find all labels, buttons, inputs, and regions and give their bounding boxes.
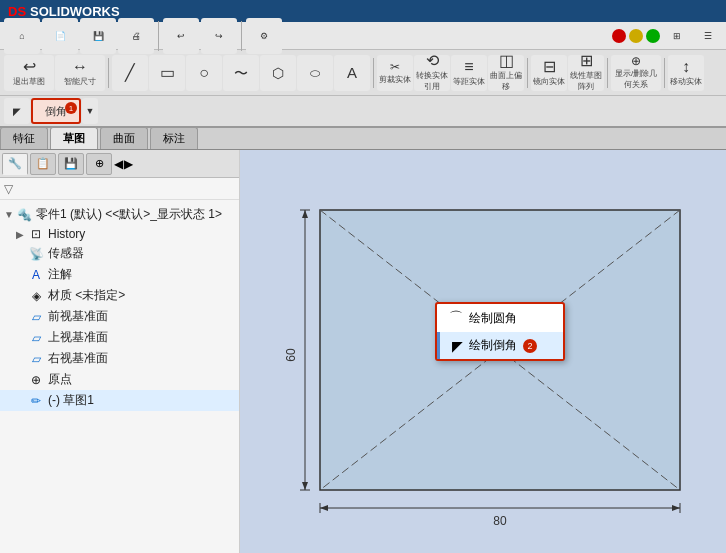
front-plane-icon: ▱: [28, 310, 44, 324]
tree-item-right-plane-label: 右视基准面: [48, 350, 108, 367]
fillet-badge: 1: [65, 102, 77, 114]
line-button[interactable]: ╱: [112, 55, 148, 91]
history-expand: ▶: [16, 229, 28, 240]
circle-button[interactable]: ○: [186, 55, 222, 91]
canvas-area[interactable]: 60 80 ⌒ 绘制圆角 ◤ 绘制倒角 2: [240, 150, 726, 553]
tab-surface[interactable]: 曲面: [100, 127, 148, 149]
tree-item-sensor-label: 传感器: [48, 245, 84, 262]
exit-sketch-button[interactable]: ↩ 退出草图: [4, 55, 54, 91]
go-light: [646, 29, 660, 43]
offset-button[interactable]: ≡ 等距实体: [451, 55, 487, 91]
material-icon: ◈: [28, 289, 44, 303]
quick-access-toolbar: ⌂ 📄 💾 🖨 ↩ ↪ ⚙ ⊞ ☰: [0, 22, 726, 50]
brand-name: SOLIDWORKS: [30, 4, 120, 19]
move-btn2[interactable]: ◤: [4, 98, 30, 124]
annotation-icon: A: [28, 268, 44, 282]
undo-button[interactable]: ↩: [163, 18, 199, 54]
fillet-button[interactable]: 倒角 1: [31, 98, 81, 124]
tree-item-material[interactable]: ◈ 材质 <未指定>: [0, 285, 239, 306]
surface-offset-button[interactable]: ◫ 曲面上偏移: [488, 55, 524, 91]
print-button[interactable]: 🖨: [118, 18, 154, 54]
brand-prefix: DS: [8, 4, 26, 19]
move-entities-button[interactable]: ↕ 移动实体: [668, 55, 704, 91]
tree-item-origin-label: 原点: [48, 371, 72, 388]
tree-item-front-plane-label: 前视基准面: [48, 308, 108, 325]
spline-button[interactable]: 〜: [223, 55, 259, 91]
separator2: [241, 21, 242, 51]
feature-manager-tab[interactable]: 🔧: [2, 153, 28, 175]
tree-item-sensor[interactable]: 📡 传感器: [0, 243, 239, 264]
tab-features[interactable]: 特征: [0, 127, 48, 149]
tree-item-right-plane[interactable]: ▱ 右视基准面: [0, 348, 239, 369]
tree-item-top-plane[interactable]: ▱ 上视基准面: [0, 327, 239, 348]
redo-button[interactable]: ↪: [201, 18, 237, 54]
smart-dimension-button[interactable]: ↔ 智能尺寸: [55, 55, 105, 91]
feature-tree-panel: 🔧 📋 💾 ⊕ ◀ ▶ ▽ ▼ 🔩 零件1 (默认) <<默认>_显示状态 1>…: [0, 150, 240, 553]
trim-button[interactable]: ✂ 剪裁实体: [377, 55, 413, 91]
new-button[interactable]: 📄: [42, 18, 78, 54]
tree-item-history-label: History: [48, 227, 85, 241]
svg-text:60: 60: [284, 348, 298, 362]
draw-chamfer-label: 绘制倒角: [469, 337, 517, 354]
sketch1-icon: ✏: [28, 394, 44, 408]
rectangle-button[interactable]: ▭: [149, 55, 185, 91]
options-button[interactable]: ⚙: [246, 18, 282, 54]
separator4: [373, 58, 374, 88]
property-manager-tab[interactable]: 📋: [30, 153, 56, 175]
right-plane-icon: ▱: [28, 352, 44, 366]
stop-light: [612, 29, 626, 43]
tree-item-front-plane[interactable]: ▱ 前视基准面: [0, 306, 239, 327]
grid-view[interactable]: ⊞: [663, 25, 691, 47]
draw-fillet-item[interactable]: ⌒ 绘制圆角: [437, 304, 563, 332]
chamfer-badge: 2: [523, 339, 537, 353]
draw-fillet-label: 绘制圆角: [469, 310, 517, 327]
dim-expert-tab[interactable]: ⊕: [86, 153, 112, 175]
draw-chamfer-item[interactable]: ◤ 绘制倒角 2: [437, 332, 563, 359]
top-plane-icon: ▱: [28, 331, 44, 345]
fillet-dropdown-menu: ⌒ 绘制圆角 ◤ 绘制倒角 2: [435, 302, 565, 361]
tab-sketch[interactable]: 草图: [50, 127, 98, 149]
chamfer-menu-icon: ◤: [452, 338, 463, 354]
tree-item-annotation-label: 注解: [48, 266, 72, 283]
app-logo: DS SOLIDWORKS: [8, 4, 120, 19]
origin-icon: ⊕: [28, 373, 44, 387]
text-button[interactable]: A: [334, 55, 370, 91]
show-relations-button[interactable]: ⊕ 显示/删除几何关系: [611, 55, 661, 91]
tree-item-annotation[interactable]: A 注解: [0, 264, 239, 285]
separator7: [664, 58, 665, 88]
svg-text:80: 80: [493, 514, 507, 528]
save-button[interactable]: 💾: [80, 18, 116, 54]
panel-arrow-left[interactable]: ◀: [114, 157, 122, 171]
tree-item-history[interactable]: ▶ ⊡ History: [0, 225, 239, 243]
separator3: [108, 58, 109, 88]
feature-tree: ▼ 🔩 零件1 (默认) <<默认>_显示状态 1> ▶ ⊡ History 📡…: [0, 200, 239, 553]
pause-light: [629, 29, 643, 43]
fillet-menu-icon: ⌒: [449, 309, 463, 327]
tab-bar: 特征 草图 曲面 标注: [0, 128, 726, 150]
tree-item-material-label: 材质 <未指定>: [48, 287, 125, 304]
tree-root-label: 零件1 (默认) <<默认>_显示状态 1>: [36, 206, 222, 223]
tab-annotation[interactable]: 标注: [150, 127, 198, 149]
home-button[interactable]: ⌂: [4, 18, 40, 54]
filter-icon: ▽: [4, 182, 13, 196]
part-icon: 🔩: [16, 208, 32, 222]
separator5: [527, 58, 528, 88]
ellipse-button[interactable]: ⬭: [297, 55, 333, 91]
polygon-button[interactable]: ⬡: [260, 55, 296, 91]
mirror-button[interactable]: ⊟ 镜向实体: [531, 55, 567, 91]
convert-button[interactable]: ⟲ 转换实体引用: [414, 55, 450, 91]
tree-item-sketch1-label: (-) 草图1: [48, 392, 94, 409]
history-icon: ⊡: [28, 227, 44, 241]
list-view[interactable]: ☰: [694, 25, 722, 47]
tree-item-top-plane-label: 上视基准面: [48, 329, 108, 346]
expand-icon: ▼: [4, 209, 16, 220]
linear-pattern-button[interactable]: ⊞ 线性草图阵列: [568, 55, 604, 91]
panel-arrow-right[interactable]: ▶: [124, 157, 132, 171]
separator6: [607, 58, 608, 88]
arrow-dropdown[interactable]: ▼: [82, 98, 98, 124]
content-area: 🔧 📋 💾 ⊕ ◀ ▶ ▽ ▼ 🔩 零件1 (默认) <<默认>_显示状态 1>…: [0, 150, 726, 553]
config-manager-tab[interactable]: 💾: [58, 153, 84, 175]
tree-root-item[interactable]: ▼ 🔩 零件1 (默认) <<默认>_显示状态 1>: [0, 204, 239, 225]
tree-item-sketch1[interactable]: ✏ (-) 草图1: [0, 390, 239, 411]
tree-item-origin[interactable]: ⊕ 原点: [0, 369, 239, 390]
